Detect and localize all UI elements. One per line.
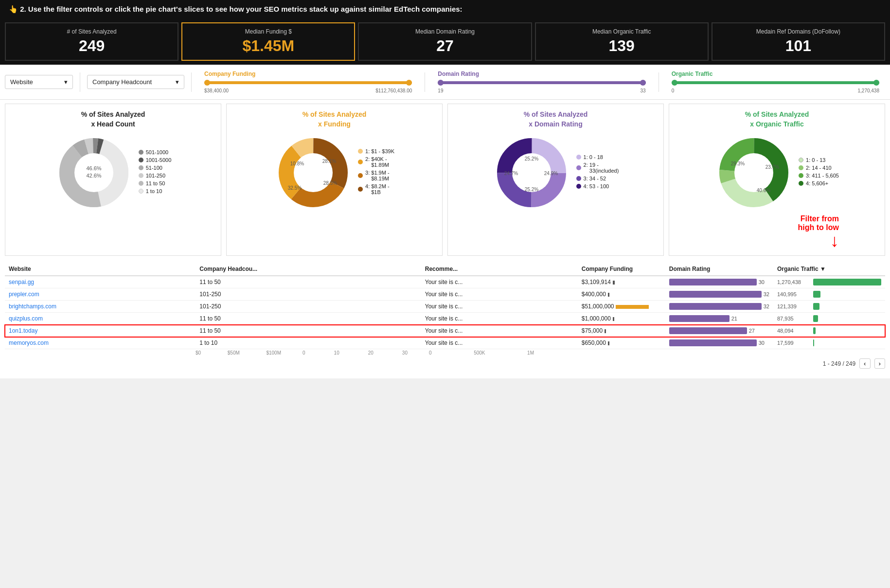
ot-chart-title: % of Sites Analyzedx Organic Traffic (675, 110, 879, 129)
cell-recommend: Your site is c... (421, 288, 578, 301)
dr-min-label: 19 (438, 88, 443, 93)
cell-ot: 87,935 (773, 313, 885, 325)
dr-max-label: 33 (641, 88, 646, 93)
stat-value-4: 101 (719, 37, 877, 55)
col-ot[interactable]: Organic Traffic ▼ (773, 263, 885, 276)
svg-text:46.6%: 46.6% (86, 165, 101, 171)
svg-text:25.2%: 25.2% (524, 187, 538, 192)
stat-ref-domains: Medain Ref Domains (DoFollow) 101 (712, 22, 885, 61)
cell-funding: $400,000 (578, 288, 665, 301)
next-page-button[interactable]: › (874, 358, 885, 369)
funding-range-filter: Company Funding $38,400.00 $112,760,438.… (198, 69, 418, 95)
ot-legend: 1: 0 - 13 2: 14 - 410 3: 411 - 5,605 4: … (799, 157, 839, 188)
cell-funding: $3,109,914 (578, 276, 665, 288)
filter-row: Website ▾ Company Headcount ▾ Company Fu… (0, 65, 890, 100)
cell-website[interactable]: senpai.gg (5, 276, 196, 288)
stat-value-2: 27 (366, 37, 524, 55)
cell-website[interactable]: prepler.com (5, 288, 196, 301)
prev-page-button[interactable]: ‹ (859, 358, 870, 369)
svg-text:24.7%: 24.7% (504, 171, 517, 176)
svg-point-32 (734, 153, 773, 192)
table-row: prepler.com101-250Your site is c...$400,… (5, 288, 885, 301)
dr-donut-container: 25.2% 24.9% 25.2% 24.7% 1: 0 - 18 2: 19 … (454, 134, 658, 212)
cell-dr: 32 (665, 288, 773, 301)
svg-text:29.3%: 29.3% (731, 161, 745, 166)
svg-text:28.5%: 28.5% (323, 180, 337, 186)
funding-legend: 1: $1 - $39K 2: $40K - $1.89M 3: $1.9M -… (358, 148, 394, 197)
banner-text: 👆 2. Use the filter controls or click th… (9, 5, 463, 13)
website-dropdown[interactable]: Website ▾ (5, 75, 73, 89)
cell-headcount: 101-250 (196, 301, 421, 313)
table-row: 1on1.today11 to 50Your site is c...$75,0… (5, 325, 885, 337)
data-table-section: Website Company Headcou... Recomme... Co… (0, 260, 890, 378)
cell-funding: $650,000 (578, 337, 665, 349)
ot-axis: 0500K1M (428, 349, 535, 356)
cell-funding: $75,000 (578, 325, 665, 337)
ot-range-min-handle[interactable] (672, 80, 677, 86)
funding-range-max-handle[interactable] (406, 80, 412, 86)
chevron-down-icon: ▾ (64, 78, 68, 86)
organic-traffic-chart: % of Sites Analyzedx Organic Traffic (669, 104, 885, 256)
cell-recommend: Your site is c... (421, 276, 578, 288)
filter-annotation: Filter fromhigh to low (798, 214, 839, 232)
axis-row: $0$50M$100M 0102030 0500K1M (195, 349, 885, 356)
svg-text:28.1%: 28.1% (322, 159, 336, 164)
svg-text:24.9%: 24.9% (544, 171, 557, 176)
dr-donut-svg[interactable]: 25.2% 24.9% 25.2% 24.7% (493, 134, 570, 212)
cell-dr: 21 (665, 313, 773, 325)
ot-range-max-handle[interactable] (873, 80, 879, 86)
data-table: Website Company Headcou... Recomme... Co… (5, 263, 885, 349)
cell-ot: 121,339 (773, 301, 885, 313)
dr-range-max-handle[interactable] (640, 80, 646, 86)
cell-funding: $1,000,000 (578, 313, 665, 325)
stat-funding: Median Funding $ $1.45M (181, 22, 355, 61)
ot-range-filter: Organic Traffic 0 1,270,438 (666, 69, 885, 95)
funding-range-label: Company Funding (204, 71, 412, 77)
dr-range-min-handle[interactable] (438, 80, 444, 86)
website-dropdown-label: Website (10, 78, 33, 86)
stat-organic-traffic: Median Organic Traffic 139 (535, 22, 709, 61)
ot-min-label: 0 (672, 88, 675, 93)
funding-range-min-handle[interactable] (204, 80, 210, 86)
funding-chart-title: % of Sites Analyzedx Funding (232, 110, 436, 129)
cell-website[interactable]: quizplus.com (5, 313, 196, 325)
cell-ot: 48,094 (773, 325, 885, 337)
headcount-donut-container: 46.6% 42.6% 501-1000 1001-5000 51-100 10… (11, 134, 215, 212)
cell-website[interactable]: brightchamps.com (5, 301, 196, 313)
funding-range-track[interactable] (204, 81, 412, 84)
stat-value-0: 249 (13, 37, 171, 55)
table-row: brightchamps.com101-250Your site is c...… (5, 301, 885, 313)
cell-website[interactable]: memoryos.com (5, 337, 196, 349)
headcount-legend: 501-1000 1001-5000 51-100 101-250 11 to … (139, 149, 172, 196)
cell-funding: $51,000,000 (578, 301, 665, 313)
instruction-banner: 👆 2. Use the filter controls or click th… (0, 0, 890, 18)
svg-text:42.6%: 42.6% (86, 173, 101, 178)
table-row: quizplus.com11 to 50Your site is c...$1,… (5, 313, 885, 325)
stats-row: # of Sites Analyzed 249 Median Funding $… (0, 18, 890, 65)
cell-website[interactable]: 1on1.today (5, 325, 196, 337)
cell-recommend: Your site is c... (421, 325, 578, 337)
ot-range-track[interactable] (672, 81, 879, 84)
cell-ot: 140,995 (773, 288, 885, 301)
dr-axis: 0102030 (302, 349, 409, 356)
pagination-label: 1 - 249 / 249 (823, 360, 855, 367)
headcount-donut-svg[interactable]: 46.6% 42.6% (55, 134, 133, 212)
dr-chart-title: % of Sites Analyzedx Domain Rating (454, 110, 658, 129)
ot-donut-container: 29.3% 23.7% 40.6% 1: 0 - 13 2: 14 - 410 … (675, 134, 879, 249)
funding-axis: $0$50M$100M (195, 349, 282, 356)
headcount-dropdown-label: Company Headcount (92, 78, 152, 86)
dr-range-track[interactable] (438, 81, 645, 84)
filter-divider-3 (425, 72, 425, 92)
ot-donut-svg[interactable]: 29.3% 23.7% 40.6% (715, 134, 793, 212)
cell-headcount: 1 to 10 (196, 337, 421, 349)
chevron-down-icon-2: ▾ (176, 78, 179, 86)
cell-recommend: Your site is c... (421, 313, 578, 325)
stat-label-0: # of Sites Analyzed (13, 28, 171, 35)
stat-label-2: Median Domain Rating (366, 28, 524, 35)
svg-text:25.2%: 25.2% (524, 156, 538, 161)
headcount-dropdown[interactable]: Company Headcount ▾ (87, 75, 184, 89)
funding-donut-svg[interactable]: 10.8% 28.1% 28.5% 32.5% (274, 134, 352, 212)
filter-divider-2 (191, 72, 192, 92)
stat-value-3: 139 (543, 37, 701, 55)
ot-max-label: 1,270,438 (857, 88, 879, 93)
